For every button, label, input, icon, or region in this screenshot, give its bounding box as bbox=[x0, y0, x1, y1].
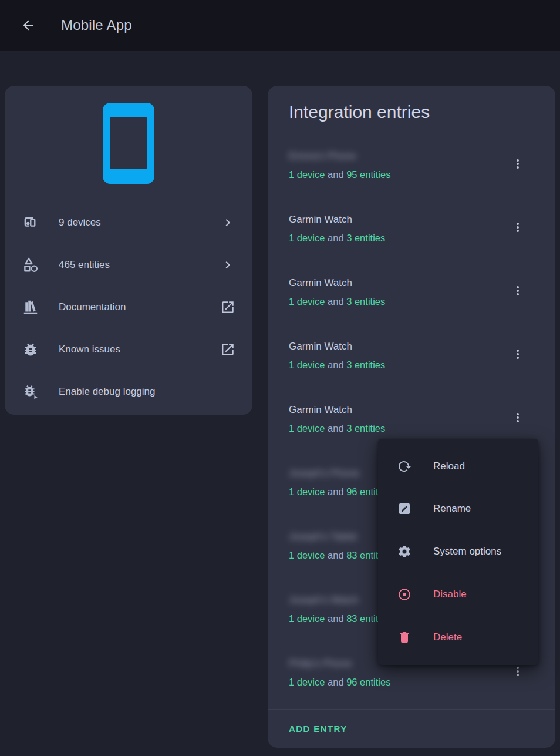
entity-count: 3 entities bbox=[346, 296, 385, 307]
dots-vertical-icon bbox=[511, 664, 525, 678]
bug-icon bbox=[21, 340, 40, 359]
integration-hero bbox=[5, 86, 252, 201]
bookshelf-icon bbox=[21, 298, 40, 317]
dots-vertical-icon bbox=[511, 220, 525, 234]
entry-menu-button[interactable] bbox=[509, 409, 527, 426]
pencil-box-icon bbox=[397, 502, 411, 516]
and-word: and bbox=[328, 677, 344, 687]
and-word: and bbox=[328, 296, 344, 307]
open-in-new-icon bbox=[220, 299, 236, 315]
dots-vertical-icon bbox=[511, 411, 525, 425]
arrow-left-icon bbox=[21, 18, 36, 33]
entry-name: Joseph's Phone bbox=[289, 468, 359, 479]
device-count: 1 device bbox=[289, 359, 325, 370]
add-entry-button[interactable]: ADD ENTRY bbox=[289, 724, 348, 734]
enable-debug-logging-row[interactable]: Enable debug logging bbox=[5, 371, 252, 413]
entry-row[interactable]: Emma's Phone 1 device and 95 entities bbox=[268, 142, 555, 206]
menu-item-rename[interactable]: Rename bbox=[378, 488, 538, 530]
menu-item-label: Reload bbox=[433, 461, 465, 472]
dots-vertical-icon bbox=[511, 347, 525, 361]
device-count: 1 device bbox=[289, 677, 325, 687]
entities-row[interactable]: 465 entities bbox=[5, 244, 252, 286]
device-count: 1 device bbox=[289, 613, 325, 624]
device-count: 1 device bbox=[289, 550, 325, 560]
menu-item-delete[interactable]: Delete bbox=[378, 616, 538, 658]
entry-summary: 1 device and 96 entities bbox=[289, 486, 390, 498]
and-word: and bbox=[328, 423, 344, 434]
devices-icon bbox=[21, 213, 40, 232]
entry-summary: 1 device and 3 entities bbox=[289, 296, 385, 307]
entry-name: Garmin Watch bbox=[289, 277, 352, 289]
device-count: 1 device bbox=[289, 486, 325, 497]
and-word: and bbox=[328, 233, 344, 243]
menu-item-reload[interactable]: Reload bbox=[378, 445, 538, 488]
entry-name: Joseph's Watch bbox=[289, 594, 359, 606]
entry-menu-button[interactable] bbox=[509, 663, 527, 680]
app-header: Mobile App bbox=[0, 0, 560, 51]
shapes-icon bbox=[21, 256, 40, 274]
entry-row[interactable]: Garmin Watch 1 device and 3 entities bbox=[268, 206, 555, 269]
entry-summary: 1 device and 83 entities bbox=[289, 613, 390, 624]
entry-summary: 1 device and 83 entities bbox=[289, 550, 390, 561]
delete-icon bbox=[397, 630, 411, 644]
entry-row[interactable]: Garmin Watch 1 device and 3 entities bbox=[268, 269, 555, 332]
entry-menu-button[interactable] bbox=[509, 219, 527, 236]
cellphone-icon bbox=[103, 103, 154, 184]
and-word: and bbox=[328, 486, 344, 497]
menu-item-label: Delete bbox=[433, 631, 462, 643]
devices-row-label: 9 devices bbox=[59, 217, 220, 229]
entry-context-menu: Reload Rename System options Disable Del… bbox=[378, 439, 538, 665]
cog-icon bbox=[397, 545, 411, 559]
entry-summary: 1 device and 3 entities bbox=[289, 233, 385, 244]
menu-item-label: System options bbox=[433, 546, 501, 557]
known-issues-row[interactable]: Known issues bbox=[5, 328, 252, 371]
and-word: and bbox=[328, 359, 344, 370]
entry-menu-button[interactable] bbox=[509, 282, 527, 300]
device-count: 1 device bbox=[289, 233, 325, 243]
and-word: and bbox=[328, 169, 344, 180]
and-word: and bbox=[328, 613, 344, 624]
page-title: Mobile App bbox=[61, 17, 132, 33]
entity-count: 96 entities bbox=[346, 677, 390, 687]
chevron-right-icon bbox=[220, 257, 236, 273]
menu-item-label: Disable bbox=[433, 589, 467, 600]
entry-menu-button[interactable] bbox=[509, 345, 527, 363]
devices-row[interactable]: 9 devices bbox=[5, 201, 252, 244]
menu-item-system-options[interactable]: System options bbox=[378, 530, 538, 573]
device-count: 1 device bbox=[289, 296, 325, 307]
documentation-row[interactable]: Documentation bbox=[5, 286, 252, 328]
entries-card-title: Integration entries bbox=[268, 86, 555, 122]
entry-summary: 1 device and 95 entities bbox=[289, 169, 390, 180]
documentation-row-label: Documentation bbox=[59, 301, 220, 313]
stop-circle-icon bbox=[397, 587, 411, 602]
entity-count: 3 entities bbox=[346, 233, 385, 243]
entry-name: Philip's Phone bbox=[289, 658, 352, 670]
bug-play-icon bbox=[21, 382, 40, 401]
dots-vertical-icon bbox=[511, 284, 525, 298]
entry-name: Garmin Watch bbox=[289, 404, 352, 416]
known-issues-row-label: Known issues bbox=[59, 344, 220, 355]
back-button[interactable] bbox=[14, 11, 42, 39]
device-count: 1 device bbox=[289, 423, 325, 434]
and-word: and bbox=[328, 550, 344, 560]
entities-row-label: 465 entities bbox=[59, 259, 220, 271]
entry-summary: 1 device and 3 entities bbox=[289, 423, 385, 434]
entity-count: 3 entities bbox=[346, 359, 385, 370]
entity-count: 95 entities bbox=[346, 169, 390, 180]
dots-vertical-icon bbox=[511, 157, 525, 171]
entry-name: Joseph's Tablet bbox=[289, 531, 357, 543]
menu-item-disable[interactable]: Disable bbox=[378, 573, 538, 616]
integration-info-card: 9 devices 465 entities Documentation bbox=[5, 86, 252, 415]
open-in-new-icon bbox=[220, 341, 236, 358]
entry-row[interactable]: Garmin Watch 1 device and 3 entities bbox=[268, 332, 555, 396]
entry-summary: 1 device and 96 entities bbox=[289, 677, 390, 688]
entry-name: Garmin Watch bbox=[289, 214, 352, 226]
chevron-right-icon bbox=[220, 214, 236, 231]
entry-menu-button[interactable] bbox=[509, 155, 527, 173]
entry-name: Emma's Phone bbox=[289, 150, 356, 162]
menu-item-label: Rename bbox=[433, 503, 471, 515]
device-count: 1 device bbox=[289, 169, 325, 180]
entity-count: 3 entities bbox=[346, 423, 385, 434]
entry-summary: 1 device and 3 entities bbox=[289, 359, 385, 371]
reload-icon bbox=[397, 459, 411, 473]
